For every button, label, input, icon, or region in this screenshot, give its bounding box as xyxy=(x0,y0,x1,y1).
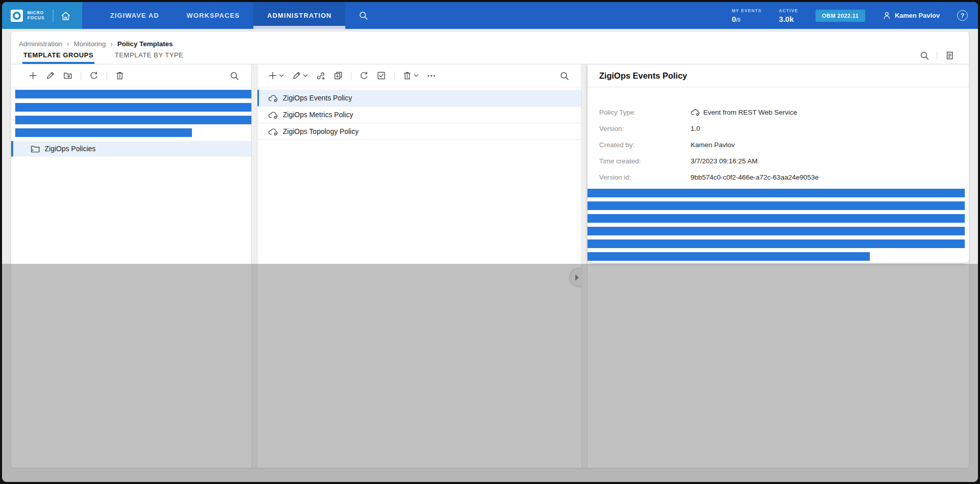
page-search-icon[interactable] xyxy=(920,51,929,60)
field-label: Created by: xyxy=(599,141,691,149)
nav-item-workspaces[interactable]: WORKSPACES xyxy=(173,2,254,29)
edit-template-button[interactable] xyxy=(292,71,308,80)
redacted-text-line xyxy=(587,214,965,223)
add-template-button[interactable] xyxy=(268,71,284,80)
logo-wordmark: MICRO FOCUS xyxy=(27,11,45,21)
toolbar-divider xyxy=(107,72,107,80)
rest-web-service-icon xyxy=(268,111,278,119)
add-group-button[interactable] xyxy=(28,71,38,80)
active-events-value: 3.0k xyxy=(779,15,798,23)
field-version-id: Version id: 9bb574c0-c0f2-466e-a72c-63aa… xyxy=(599,169,969,185)
logo-divider xyxy=(53,10,53,22)
redacted-tree-row[interactable] xyxy=(15,116,251,124)
ellipsis-icon xyxy=(427,71,436,81)
redacted-tree-row[interactable] xyxy=(15,103,251,112)
redacted-text-line xyxy=(587,227,965,235)
help-glyph: ? xyxy=(961,12,965,19)
app-window: MICRO FOCUS ZIGIWAVE AD WORKSPACES ADMIN… xyxy=(2,2,978,482)
nav-item-zigiwave-ad[interactable]: ZIGIWAVE AD xyxy=(96,2,173,29)
trash-icon xyxy=(115,71,124,80)
user-name: Kamen Pavlov xyxy=(895,12,940,19)
pencil-icon xyxy=(46,71,55,80)
duplicate-template-button[interactable] xyxy=(334,71,343,80)
template-label: ZigiOps Events Policy xyxy=(283,94,352,102)
trash-icon xyxy=(403,71,412,80)
templates-list: ZigiOps Events Policy ZigiOps Metrics Po… xyxy=(257,90,581,140)
breadcrumb-monitoring[interactable]: Monitoring xyxy=(74,40,106,48)
global-search-icon[interactable] xyxy=(358,11,368,20)
template-label: ZigiOps Metrics Policy xyxy=(283,111,353,119)
groups-toolbar xyxy=(11,64,251,87)
help-button[interactable]: ? xyxy=(957,10,968,21)
copy-add-icon xyxy=(334,71,343,80)
template-row-events-policy[interactable]: ZigiOps Events Policy xyxy=(257,90,581,107)
nav-item-administration[interactable]: ADMINISTRATION xyxy=(253,2,345,29)
groups-search-icon[interactable] xyxy=(230,71,239,81)
person-icon xyxy=(883,11,891,20)
details-fields: Policy Type: Event from REST Web Service… xyxy=(587,104,969,185)
delete-group-button[interactable] xyxy=(115,71,124,80)
redacted-tree-row[interactable] xyxy=(15,90,251,98)
refresh-groups-button[interactable] xyxy=(89,71,99,80)
tabs-row: TEMPLATE GROUPS TEMPLATE BY TYPE xyxy=(11,48,969,64)
plus-icon xyxy=(28,71,38,80)
rest-web-service-icon xyxy=(268,94,278,102)
redacted-tree-row[interactable] xyxy=(15,128,192,137)
breadcrumb-policy-templates: Policy Templates xyxy=(117,40,173,48)
field-label: Time created: xyxy=(599,157,691,165)
toolbar-divider xyxy=(394,72,395,80)
field-value: 9bb574c0-c0f2-466e-a72c-63aa24e9053e xyxy=(691,174,819,181)
more-actions-button[interactable] xyxy=(427,71,436,81)
redacted-text-line xyxy=(587,189,965,197)
redacted-text-line xyxy=(587,252,870,261)
field-created-by: Created by: Kamen Pavlov xyxy=(599,136,969,153)
redacted-text-line xyxy=(587,201,965,210)
redacted-text-line xyxy=(587,239,965,248)
tabs-actions xyxy=(920,51,955,64)
chevron-down-icon xyxy=(303,74,308,77)
rest-web-service-icon xyxy=(691,108,700,116)
link-add-icon xyxy=(316,71,325,81)
report-document-icon[interactable] xyxy=(945,51,955,60)
template-label: ZigiOps Topology Policy xyxy=(283,127,358,135)
group-row-zigiops-policies[interactable]: ZigiOps Policies xyxy=(11,141,251,157)
top-nav-bar: MICRO FOCUS ZIGIWAVE AD WORKSPACES ADMIN… xyxy=(2,2,978,29)
toolbar-divider xyxy=(351,72,351,80)
primary-nav: ZIGIWAVE AD WORKSPACES ADMINISTRATION xyxy=(96,2,345,29)
my-events-label: MY EVENTS xyxy=(732,8,762,13)
tab-template-by-type[interactable]: TEMPLATE BY TYPE xyxy=(114,51,184,64)
divider xyxy=(937,52,937,59)
validate-template-button[interactable] xyxy=(377,71,386,80)
refresh-icon xyxy=(89,71,99,80)
assign-template-button[interactable] xyxy=(316,71,325,81)
templates-search-icon[interactable] xyxy=(560,71,569,81)
field-label: Version: xyxy=(599,125,691,132)
breadcrumb-administration[interactable]: Administration xyxy=(19,40,62,48)
breadcrumb-separator xyxy=(110,40,113,48)
templates-toolbar xyxy=(257,64,581,87)
user-menu[interactable]: Kamen Pavlov xyxy=(883,11,940,20)
nav-right-cluster: MY EVENTS 0/0 ACTIVE 3.0k OBM 2022.11 Ka… xyxy=(732,2,978,29)
template-row-topology-policy[interactable]: ZigiOps Topology Policy xyxy=(257,123,581,140)
microfocus-logo-icon xyxy=(10,9,23,22)
group-label: ZigiOps Policies xyxy=(45,145,95,153)
details-sheet: ZigiOps Events Policy Policy Type: Event… xyxy=(587,64,969,263)
field-version: Version: 1.0 xyxy=(599,120,969,136)
field-value: 1.0 xyxy=(691,125,700,132)
delete-template-button[interactable] xyxy=(403,71,418,80)
field-value: 3/7/2023 09:16:25 AM xyxy=(691,157,758,165)
policy-folder-icon xyxy=(30,145,40,153)
template-row-metrics-policy[interactable]: ZigiOps Metrics Policy xyxy=(257,107,581,123)
toolbar-divider xyxy=(81,72,81,80)
home-icon[interactable] xyxy=(60,11,71,21)
active-events-stat[interactable]: ACTIVE 3.0k xyxy=(779,8,798,23)
refresh-templates-button[interactable] xyxy=(360,71,369,80)
active-events-label: ACTIVE xyxy=(779,8,798,13)
tab-template-groups[interactable]: TEMPLATE GROUPS xyxy=(22,51,94,64)
breadcrumb: Administration Monitoring Policy Templat… xyxy=(11,31,969,48)
move-group-button[interactable] xyxy=(63,71,73,80)
edit-group-button[interactable] xyxy=(46,71,55,80)
my-events-stat[interactable]: MY EVENTS 0/0 xyxy=(732,8,762,23)
breadcrumb-separator xyxy=(67,40,70,48)
folder-move-icon xyxy=(63,71,73,80)
